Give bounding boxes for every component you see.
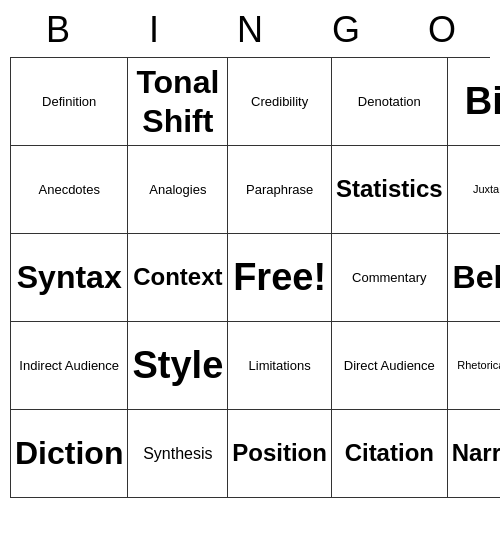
cell-text: Indirect Audience <box>19 358 119 374</box>
cell-r3-c2: Limitations <box>228 322 332 410</box>
cell-r0-c1: Tonal Shift <box>128 58 228 146</box>
cell-text: Direct Audience <box>344 358 435 374</box>
cell-r3-c4: Rhetorical Situation <box>448 322 500 410</box>
bingo-letter: B <box>10 5 106 55</box>
cell-text: Narration <box>452 439 500 468</box>
cell-text: Beliefs <box>453 258 500 296</box>
cell-text: Synthesis <box>143 444 212 463</box>
cell-r0-c3: Denotation <box>332 58 448 146</box>
cell-r2-c3: Commentary <box>332 234 448 322</box>
cell-r4-c1: Synthesis <box>128 410 228 498</box>
cell-text: Definition <box>42 94 96 110</box>
cell-r0-c4: Bias <box>448 58 500 146</box>
cell-text: Analogies <box>149 182 206 198</box>
cell-text: Bias <box>465 79 500 125</box>
bingo-letter: O <box>394 5 490 55</box>
cell-r4-c2: Position <box>228 410 332 498</box>
bingo-letter: G <box>298 5 394 55</box>
cell-r4-c3: Citation <box>332 410 448 498</box>
cell-text: Statistics <box>336 175 443 204</box>
cell-r2-c1: Context <box>128 234 228 322</box>
cell-text: Credibility <box>251 94 308 110</box>
bingo-grid: DefinitionTonal ShiftCredibilityDenotati… <box>10 57 490 498</box>
cell-r1-c0: Anecdotes <box>11 146 128 234</box>
cell-text: Position <box>232 439 327 468</box>
cell-r2-c0: Syntax <box>11 234 128 322</box>
cell-r4-c4: Narration <box>448 410 500 498</box>
cell-r2-c4: Beliefs <box>448 234 500 322</box>
bingo-letter: N <box>202 5 298 55</box>
cell-text: Free! <box>233 255 326 301</box>
cell-text: Anecdotes <box>39 182 100 198</box>
bingo-letter: I <box>106 5 202 55</box>
cell-text: Style <box>132 343 223 389</box>
cell-text: Denotation <box>358 94 421 110</box>
cell-r3-c3: Direct Audience <box>332 322 448 410</box>
cell-text: Tonal Shift <box>132 63 223 140</box>
cell-text: Context <box>133 263 222 292</box>
cell-r1-c1: Analogies <box>128 146 228 234</box>
cell-r1-c2: Paraphrase <box>228 146 332 234</box>
cell-r2-c2: Free! <box>228 234 332 322</box>
cell-text: Paraphrase <box>246 182 313 198</box>
cell-r0-c2: Credibility <box>228 58 332 146</box>
cell-text: Citation <box>345 439 434 468</box>
cell-text: Rhetorical Situation <box>457 359 500 372</box>
cell-text: Limitations <box>249 358 311 374</box>
cell-r1-c3: Statistics <box>332 146 448 234</box>
cell-r4-c0: Diction <box>11 410 128 498</box>
cell-r3-c1: Style <box>128 322 228 410</box>
cell-text: Juxtaposition <box>473 183 500 196</box>
cell-text: Diction <box>15 434 123 472</box>
bingo-card: BINGO DefinitionTonal ShiftCredibilityDe… <box>5 0 495 503</box>
cell-r1-c4: Juxtaposition <box>448 146 500 234</box>
cell-r0-c0: Definition <box>11 58 128 146</box>
bingo-header: BINGO <box>10 5 490 55</box>
cell-text: Syntax <box>17 258 122 296</box>
cell-text: Commentary <box>352 270 426 286</box>
cell-r3-c0: Indirect Audience <box>11 322 128 410</box>
